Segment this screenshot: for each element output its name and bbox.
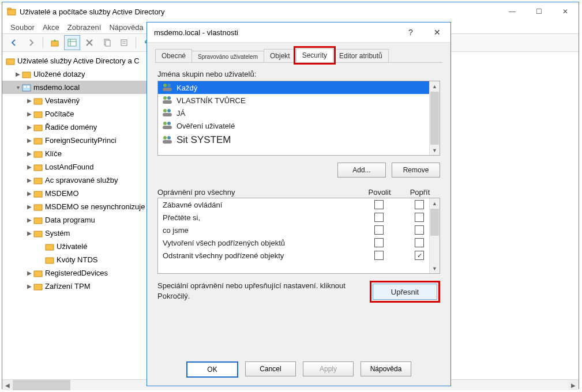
permissions-label: Oprávnění pro všechny	[157, 188, 359, 197]
scroll-left-icon[interactable]: ◀	[2, 380, 13, 390]
group-icon	[162, 120, 173, 131]
tree-saved-queries[interactable]: ▶ Uložené dotazy	[2, 67, 147, 81]
tree-node[interactable]: Uživatelé	[2, 240, 147, 253]
group-item[interactable]: JÁ	[158, 107, 440, 119]
svg-point-35	[163, 96, 167, 100]
remove-button[interactable]: Remove	[392, 163, 440, 178]
tab-managed-by[interactable]: Spravováno uživatelem	[192, 51, 264, 62]
up-button[interactable]	[47, 35, 63, 50]
help-button[interactable]: Nápověda	[361, 361, 411, 376]
back-button[interactable]	[6, 35, 22, 50]
menu-view[interactable]: Zobrazení	[67, 23, 102, 32]
permission-row: Odstranit všechny podřízené objekty	[158, 249, 440, 262]
svg-rect-37	[163, 100, 172, 104]
group-list-label: Jména skupin nebo uživatelů:	[157, 70, 440, 78]
deny-checkbox[interactable]	[415, 251, 424, 260]
deny-checkbox[interactable]	[415, 225, 424, 235]
tree-node[interactable]: ▶Systém	[2, 227, 147, 240]
tree-node[interactable]: ▶MSDEMO	[2, 187, 147, 200]
apply-button[interactable]: Apply	[303, 361, 354, 376]
tree-root[interactable]: Uživatelé služby Active Directory a C	[2, 54, 147, 67]
titlebar: Uživatelé a počítače služby Active Direc…	[2, 2, 579, 21]
maximize-button[interactable]: ☐	[525, 3, 552, 20]
permissions-scrollbar[interactable]: ▲▼	[429, 198, 440, 273]
tree-node[interactable]: Kvóty NTDS	[2, 253, 147, 266]
tree-domain[interactable]: ▾ msdemo.local	[2, 81, 147, 94]
allow-column: Povolit	[359, 188, 400, 197]
svg-rect-12	[6, 59, 14, 65]
menu-action[interactable]: Akce	[43, 23, 59, 32]
properties-dialog: msdemo.local - vlastnosti ? ✕ Obecné Spr…	[147, 22, 451, 386]
group-icon	[162, 108, 173, 119]
svg-point-36	[167, 96, 171, 100]
tree-node[interactable]: ▶Ac spravované služby	[2, 174, 147, 187]
tree-node[interactable]: ▶Řadiče domény	[2, 120, 147, 134]
minimize-button[interactable]: —	[499, 3, 525, 20]
group-item[interactable]: Sit SYSTEM	[158, 132, 440, 148]
tab-security[interactable]: Security	[296, 48, 333, 62]
listbox-scrollbar[interactable]: ▲▼	[429, 81, 440, 155]
add-button[interactable]: Add...	[337, 163, 386, 178]
svg-rect-7	[106, 40, 110, 46]
menu-help[interactable]: Nápověda	[109, 23, 143, 32]
group-item[interactable]: Ověření uživatelé	[158, 119, 440, 132]
scroll-right-icon[interactable]: ▶	[568, 380, 579, 390]
tab-general[interactable]: Obecné	[155, 49, 192, 62]
group-listbox[interactable]: KaždýVLASTNÍK TVŮRCEJÁOvěření uživateléS…	[157, 81, 440, 156]
svg-rect-23	[34, 178, 42, 184]
tree-node[interactable]: ▶RegisteredDevices	[2, 266, 147, 280]
svg-rect-30	[34, 271, 42, 277]
allow-checkbox[interactable]	[374, 238, 384, 247]
svg-rect-17	[34, 99, 42, 104]
group-icon	[162, 135, 173, 146]
permissions-listbox[interactable]: Zábavné ovládáníPřečtěte si,co jsmeVytvo…	[157, 198, 440, 274]
deny-checkbox[interactable]	[415, 238, 424, 247]
ok-button[interactable]: OK	[186, 361, 238, 378]
delete-button[interactable]	[81, 35, 97, 50]
tree-node[interactable]: ▶ForeignSecurityPrinci	[2, 134, 147, 147]
tree-node[interactable]: ▶LostAndFound	[2, 160, 147, 174]
allow-checkbox[interactable]	[374, 213, 384, 222]
svg-rect-34	[163, 88, 172, 91]
menu-file[interactable]: Soubor	[10, 23, 35, 32]
special-permissions-text: Speciální oprávnění nebo upřesňující nas…	[157, 281, 364, 301]
svg-rect-2	[51, 41, 58, 46]
group-item[interactable]: VLASTNÍK TVŮRCE	[158, 94, 440, 107]
scroll-thumb[interactable]	[13, 380, 70, 390]
cancel-button[interactable]: Cancel	[245, 361, 296, 376]
permission-row: Zábavné ovládání	[158, 198, 440, 211]
tree-node[interactable]: ▶Klíče	[2, 147, 147, 160]
allow-checkbox[interactable]	[374, 251, 384, 260]
tree-node[interactable]: ▶Data programu	[2, 213, 147, 227]
allow-checkbox[interactable]	[374, 200, 384, 209]
allow-checkbox[interactable]	[374, 225, 384, 235]
deny-checkbox[interactable]	[415, 200, 424, 209]
deny-checkbox[interactable]	[415, 213, 424, 222]
properties-button[interactable]	[116, 35, 132, 50]
forward-button[interactable]	[23, 35, 39, 50]
tree-node[interactable]: ▶Vestavěný	[2, 94, 147, 107]
svg-rect-18	[34, 112, 42, 118]
permission-row: Přečtěte si,	[158, 211, 440, 224]
copy-button[interactable]	[99, 35, 115, 50]
dialog-help-button[interactable]: ?	[397, 24, 424, 40]
svg-rect-13	[22, 72, 31, 78]
close-button[interactable]: ✕	[552, 3, 579, 20]
tab-attribute-editor[interactable]: Editor atributů	[333, 49, 389, 62]
tab-object[interactable]: Objekt	[264, 49, 296, 62]
group-icon	[162, 82, 173, 93]
svg-rect-15	[24, 86, 26, 88]
group-item[interactable]: Každý	[158, 81, 440, 94]
advanced-button[interactable]: Upřesnit	[373, 284, 437, 300]
dialog-close-button[interactable]: ✕	[424, 24, 450, 40]
svg-rect-3	[68, 39, 76, 46]
tree-node[interactable]: ▶Zařízení TPM	[2, 280, 147, 293]
deny-column: Popřít	[400, 188, 440, 197]
tree-node[interactable]: ▶MSDEMO se nesynchronizuje	[2, 200, 147, 213]
permission-row: co jsme	[158, 224, 440, 236]
svg-rect-19	[34, 125, 42, 131]
tree-node[interactable]: ▶Počítače	[2, 107, 147, 120]
svg-rect-29	[46, 258, 54, 263]
details-view-button[interactable]	[64, 35, 80, 50]
svg-point-38	[163, 109, 167, 112]
